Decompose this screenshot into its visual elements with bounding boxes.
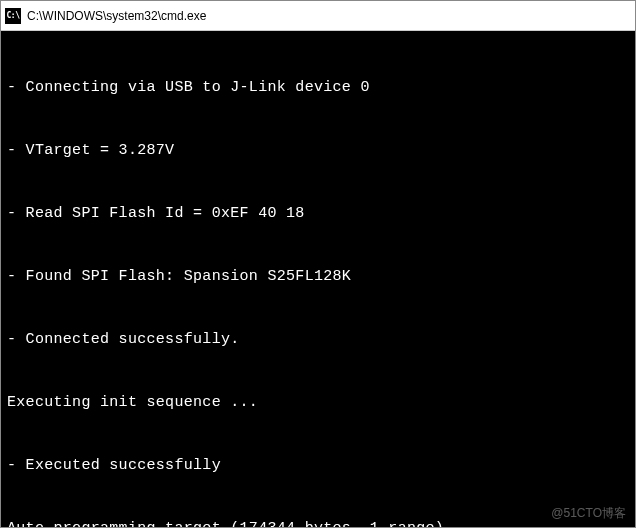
cmd-icon: C:\	[5, 8, 21, 24]
terminal-line: - Connecting via USB to J-Link device 0	[7, 77, 629, 98]
window-titlebar[interactable]: C:\ C:\WINDOWS\system32\cmd.exe	[1, 1, 635, 31]
window-title: C:\WINDOWS\system32\cmd.exe	[27, 9, 206, 23]
terminal-line: Executing init sequence ...	[7, 392, 629, 413]
terminal-line: - Connected successfully.	[7, 329, 629, 350]
terminal-line: - Read SPI Flash Id = 0xEF 40 18	[7, 203, 629, 224]
terminal-line: - Found SPI Flash: Spansion S25FL128K	[7, 266, 629, 287]
terminal-line: - Executed successfully	[7, 455, 629, 476]
terminal-line: Auto programming target (174344 bytes, 1…	[7, 518, 629, 528]
terminal-line: - VTarget = 3.287V	[7, 140, 629, 161]
terminal-output: - Connecting via USB to J-Link device 0 …	[1, 31, 635, 528]
